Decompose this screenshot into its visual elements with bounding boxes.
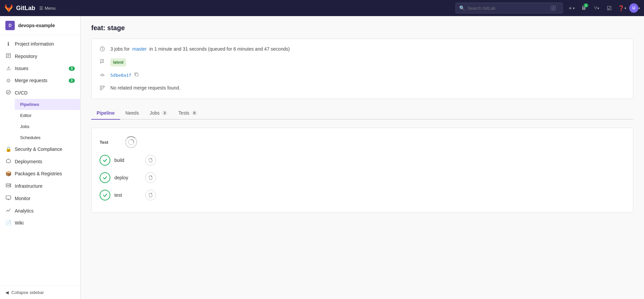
dropdown-arrow-mr: ▾ xyxy=(597,6,599,10)
tab-tests[interactable]: Tests 0 xyxy=(173,107,203,120)
svg-point-10 xyxy=(100,88,102,90)
search-icon: 🔍 xyxy=(459,5,465,11)
gitlab-logo-text: GitLab xyxy=(16,5,35,12)
no-mr-text: No related merge requests found. xyxy=(110,84,180,92)
project-name: devops-example xyxy=(18,23,55,28)
sidebar-item-infrastructure[interactable]: Infrastructure xyxy=(0,180,80,192)
stage-spinner xyxy=(125,136,137,148)
issues-icon: ⚠ xyxy=(5,65,11,71)
branch-link[interactable]: master xyxy=(132,46,147,52)
job-retry-button-build[interactable] xyxy=(145,155,156,166)
sidebar-label-deployments: Deployments xyxy=(15,159,42,164)
tab-needs[interactable]: Needs xyxy=(120,107,144,120)
hamburger-icon: ☰ xyxy=(39,6,43,11)
jobs-tab-count: 3 xyxy=(162,111,168,115)
top-navigation: GitLab ☰ Menu 🔍 / ＋ ▾ 🖥 1 ⑂ ▾ ☑ ❓ ▾ xyxy=(0,0,644,16)
help-icon: ❓ xyxy=(618,5,625,11)
sidebar-item-security-compliance[interactable]: 🔒 Security & Compliance xyxy=(0,143,80,155)
collapse-sidebar-button[interactable]: ◀ Collapse sidebar xyxy=(0,286,80,299)
sidebar-item-schedules[interactable]: Schedules xyxy=(15,132,80,143)
collapse-icon: ◀ xyxy=(5,290,9,295)
gitlab-logo[interactable]: GitLab xyxy=(4,3,35,13)
slash-hint: / xyxy=(551,5,556,11)
commit-row: 5dbe0a1f xyxy=(100,72,625,79)
todo-icon: ☑ xyxy=(607,5,611,11)
page-title: feat: stage xyxy=(91,24,633,32)
clock-icon xyxy=(100,46,106,53)
tab-tests-label: Tests xyxy=(178,110,190,116)
sidebar-label-analytics: Analytics xyxy=(15,208,34,214)
pipeline-content: Test build xyxy=(91,128,633,213)
sidebar-item-project-information[interactable]: ℹ Project information xyxy=(0,38,80,50)
sidebar-item-cicd[interactable]: CI/CD xyxy=(0,86,80,99)
jobs-info-row: 3 jobs for master in 1 minute and 31 sec… xyxy=(100,46,625,53)
jobs-text-prefix: 3 jobs for xyxy=(110,46,130,52)
sidebar-item-deployments[interactable]: Deployments xyxy=(0,155,80,168)
svg-point-11 xyxy=(103,86,105,87)
project-avatar: D xyxy=(5,21,15,30)
shield-icon: 🔒 xyxy=(5,146,11,152)
copy-commit-button[interactable] xyxy=(134,72,139,78)
sidebar-item-wiki[interactable]: 📄 Wiki xyxy=(0,217,80,229)
project-header[interactable]: D devops-example xyxy=(0,16,80,35)
infrastructure-icon xyxy=(5,183,11,189)
sidebar-item-editor[interactable]: Editor xyxy=(15,110,80,121)
repository-icon xyxy=(5,53,11,59)
merge-requests-button[interactable]: ⑂ ▾ xyxy=(591,3,602,13)
badge-row: latest xyxy=(100,58,625,66)
plus-icon: ＋ xyxy=(568,5,573,12)
deployments-icon xyxy=(5,158,11,165)
sidebar-item-analytics[interactable]: Analytics xyxy=(0,204,80,217)
sidebar-label-project-information: Project information xyxy=(15,41,54,47)
sidebar-item-pipelines[interactable]: Pipelines xyxy=(15,99,80,110)
pipeline-tabs: Pipeline Needs Jobs 3 Tests 0 xyxy=(91,107,633,120)
wiki-icon: 📄 xyxy=(5,220,11,226)
sidebar-item-repository[interactable]: Repository xyxy=(0,50,80,62)
job-retry-button-deploy[interactable] xyxy=(145,172,156,183)
collapse-label: Collapse sidebar xyxy=(11,290,44,295)
info-icon: ℹ xyxy=(5,41,11,47)
job-retry-button-test[interactable] xyxy=(145,190,156,200)
sidebar-item-jobs[interactable]: Jobs xyxy=(15,121,80,132)
sidebar-label-jobs: Jobs xyxy=(20,124,29,129)
sidebar-label-wiki: Wiki xyxy=(15,220,23,226)
user-avatar-button[interactable]: U ▾ xyxy=(629,3,640,13)
tab-jobs[interactable]: Jobs 3 xyxy=(144,107,173,120)
pipeline-info-box: 3 jobs for master in 1 minute and 31 sec… xyxy=(91,39,633,99)
tab-pipeline[interactable]: Pipeline xyxy=(91,107,120,120)
sidebar-label-security-compliance: Security & Compliance xyxy=(15,146,62,152)
sidebar: D devops-example ℹ Project information R… xyxy=(0,16,80,299)
dropdown-arrow-help: ▾ xyxy=(625,6,626,10)
job-name-test: test xyxy=(114,192,141,198)
topnav-icons: ＋ ▾ 🖥 1 ⑂ ▾ ☑ ❓ ▾ U ▾ xyxy=(566,3,640,13)
sidebar-label-packages-registries: Packages & Registries xyxy=(15,171,62,176)
svg-point-3 xyxy=(10,184,10,185)
menu-label: Menu xyxy=(45,6,56,11)
notification-badge: 1 xyxy=(584,3,588,7)
sidebar-item-merge-requests[interactable]: ⊙ Merge requests 0 xyxy=(0,74,80,86)
search-input[interactable] xyxy=(468,6,548,11)
menu-button[interactable]: ☰ Menu xyxy=(39,6,56,11)
create-button[interactable]: ＋ ▾ xyxy=(566,3,576,13)
jobs-duration-text: 3 jobs for master in 1 minute and 31 sec… xyxy=(110,46,290,53)
commit-hash-link[interactable]: 5dbe0a1f xyxy=(110,73,131,78)
dropdown-arrow: ▾ xyxy=(573,6,575,10)
avatar: U xyxy=(629,3,638,13)
issues-count: 0 xyxy=(69,66,75,71)
job-row-test: test xyxy=(100,187,625,203)
sidebar-item-packages-registries[interactable]: 📦 Packages & Registries xyxy=(0,168,80,180)
duration-text: in 1 minute and 31 seconds (queued for 6… xyxy=(149,46,290,52)
job-success-icon-deploy xyxy=(100,172,110,183)
svg-point-9 xyxy=(100,86,102,87)
help-button[interactable]: ❓ ▾ xyxy=(616,3,627,13)
sidebar-item-monitor[interactable]: Monitor xyxy=(0,192,80,204)
issues-button[interactable]: 🖥 1 xyxy=(578,3,589,13)
global-search[interactable]: 🔍 / xyxy=(455,3,563,13)
todo-button[interactable]: ☑ xyxy=(604,3,614,13)
sidebar-label-schedules: Schedules xyxy=(20,135,41,140)
tab-jobs-label: Jobs xyxy=(150,110,160,116)
main-content: feat: stage 3 jobs for master in 1 minut… xyxy=(80,16,644,299)
pipeline-stage-header: Test xyxy=(100,136,625,148)
code-merge-icon: ⑂ xyxy=(594,5,597,11)
sidebar-item-issues[interactable]: ⚠ Issues 0 xyxy=(0,62,80,74)
